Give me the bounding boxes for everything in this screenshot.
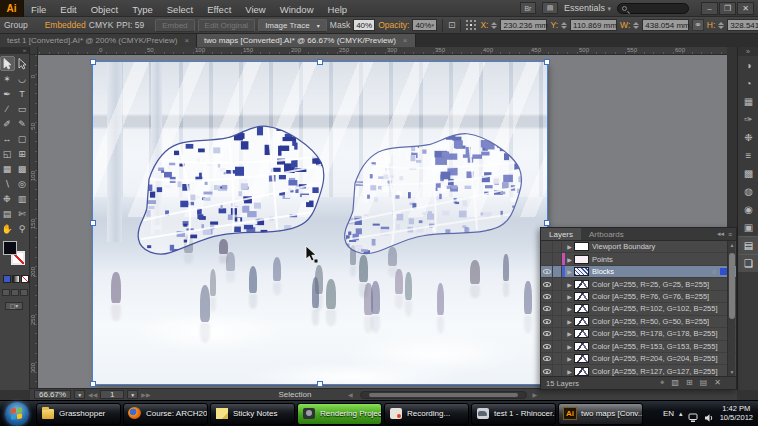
stroke-panel-icon[interactable]: ≡: [738, 146, 758, 164]
menu-type[interactable]: Type: [125, 4, 160, 15]
eyedropper-tool[interactable]: ∖: [0, 176, 15, 191]
selection-tool[interactable]: [0, 56, 15, 71]
menu-window[interactable]: Window: [273, 4, 321, 15]
direct-selection-tool[interactable]: [15, 56, 30, 71]
layer-row[interactable]: ▶Color [A=255, R=76, G=76, B=255]○: [541, 291, 736, 303]
edit-original-button[interactable]: Edit Original: [198, 19, 256, 32]
delete-layer-icon[interactable]: ✕: [714, 378, 721, 388]
expand-layer-icon[interactable]: ▶: [565, 343, 574, 350]
map-artwork-right[interactable]: [335, 125, 535, 261]
expand-layer-icon[interactable]: ▶: [565, 243, 574, 250]
draw-inside-mode-button[interactable]: [20, 289, 28, 296]
lock-toggle[interactable]: [553, 365, 562, 376]
visibility-toggle[interactable]: [541, 316, 553, 327]
bridge-icon[interactable]: Br: [520, 2, 536, 14]
taskbar-button-course-arch20[interactable]: Course: ARCH20...: [123, 403, 208, 425]
perspective-grid-tool[interactable]: ⊞: [15, 146, 30, 161]
gradient-tool[interactable]: ▩: [15, 161, 30, 176]
rectangle-tool[interactable]: ▭: [15, 101, 30, 116]
y-label[interactable]: Y:: [550, 20, 558, 30]
taskbar-button-sticky-notes[interactable]: Sticky Notes: [210, 403, 295, 425]
new-layer-icon[interactable]: ▤: [700, 378, 708, 388]
scroll-down-arrow[interactable]: ▼: [728, 368, 736, 376]
layer-row[interactable]: ▶Color [A=255, R=25, G=25, B=255]○: [541, 278, 736, 290]
type-tool[interactable]: T: [15, 86, 30, 101]
lock-toggle[interactable]: [553, 266, 562, 277]
lock-toggle[interactable]: [553, 328, 562, 339]
visibility-toggle[interactable]: [541, 291, 553, 302]
clock[interactable]: 1:42 PM 10/5/2012: [720, 405, 753, 422]
hscroll-left-arrow[interactable]: ◀: [348, 391, 353, 398]
embed-button[interactable]: Embed: [155, 19, 194, 32]
language-indicator[interactable]: EN: [663, 409, 674, 418]
expand-layer-icon[interactable]: ▶: [565, 268, 574, 275]
make-clipping-mask-icon[interactable]: ▧: [671, 378, 679, 388]
artboard-next-buttons[interactable]: ▶▶: [141, 391, 150, 398]
artboard-number-field[interactable]: 1: [100, 390, 124, 399]
search-input[interactable]: [617, 3, 689, 14]
visibility-toggle[interactable]: [541, 303, 553, 314]
brushes-panel-icon[interactable]: ✑: [738, 110, 758, 128]
target-circle-icon[interactable]: ○: [708, 268, 720, 275]
free-transform-tool[interactable]: ▢: [15, 131, 30, 146]
menu-edit[interactable]: Edit: [53, 4, 83, 15]
document-tab-2[interactable]: two maps [Converted].AI* @ 66.67% (CMYK/…: [197, 34, 415, 47]
zoom-level-field[interactable]: 66.67%: [34, 390, 71, 399]
h-field[interactable]: 328.541 mm: [727, 19, 758, 31]
draw-behind-mode-button[interactable]: [11, 289, 19, 296]
minimize-button[interactable]: –: [701, 2, 718, 15]
taskbar-button-recording[interactable]: Recording...: [384, 403, 469, 425]
y-field[interactable]: 110.869 mm: [570, 19, 617, 31]
layer-row[interactable]: ▶Points○: [541, 253, 736, 265]
layer-row[interactable]: ▶Color [A=255, R=102, G=102, B=255]○: [541, 303, 736, 315]
transparency-panel-icon[interactable]: ◍: [738, 182, 758, 200]
horizontal-ruler[interactable]: 050100150200250300350400450500550600: [38, 47, 727, 55]
appearance-panel-icon[interactable]: ◉: [738, 200, 758, 218]
vertical-ruler[interactable]: 050100150200250300: [30, 55, 38, 390]
expand-layer-icon[interactable]: ▶: [565, 305, 574, 312]
slice-tool[interactable]: ✄: [15, 206, 30, 221]
scroll-up-arrow[interactable]: ▲: [728, 241, 736, 249]
new-sublayer-icon[interactable]: ⊞: [686, 378, 693, 388]
menu-select[interactable]: Select: [160, 4, 200, 15]
expand-layer-icon[interactable]: ▶: [565, 318, 574, 325]
lock-toggle[interactable]: [553, 316, 562, 327]
graphic-styles-panel-icon[interactable]: ▣: [738, 218, 758, 236]
visibility-toggle[interactable]: [541, 278, 553, 289]
visibility-toggle[interactable]: [541, 341, 553, 352]
locate-object-icon[interactable]: ⌖: [660, 378, 665, 388]
horizontal-scrollbar[interactable]: [360, 391, 527, 399]
shape-builder-tool[interactable]: ◱: [0, 146, 15, 161]
close-button[interactable]: ✕: [737, 2, 754, 15]
width-tool[interactable]: ↔: [0, 131, 15, 146]
pencil-tool[interactable]: ✎: [15, 116, 30, 131]
layer-row[interactable]: ▶Color [A=255, R=178, G=178, B=255]○: [541, 328, 736, 340]
mask-value-field[interactable]: 40%: [353, 19, 375, 31]
menu-view[interactable]: View: [238, 4, 272, 15]
close-tab-icon[interactable]: ×: [403, 36, 408, 45]
opacity-link[interactable]: Opacity:: [378, 20, 409, 30]
visibility-toggle[interactable]: [541, 365, 553, 376]
layers-panel-icon[interactable]: ▤: [738, 236, 758, 254]
x-stepper[interactable]: [491, 19, 497, 31]
gradient-button[interactable]: [12, 275, 20, 283]
y-stepper[interactable]: [561, 19, 567, 31]
color-guide-panel-icon[interactable]: ◔: [738, 74, 758, 92]
lock-toggle[interactable]: [553, 341, 562, 352]
layers-scroll-thumb[interactable]: [729, 253, 735, 319]
expand-layer-icon[interactable]: ▶: [565, 293, 574, 300]
panel-menu-icon[interactable]: ≡: [728, 231, 732, 238]
collapse-panel-icon[interactable]: ◂◂: [717, 230, 724, 238]
expand-layer-icon[interactable]: ▶: [565, 281, 574, 288]
mesh-tool[interactable]: ▦: [0, 161, 15, 176]
layer-row[interactable]: ▶Blocks○: [541, 266, 736, 278]
symbols-panel-icon[interactable]: ❉: [738, 128, 758, 146]
paintbrush-tool[interactable]: ✐: [0, 116, 15, 131]
taskbar-button-rendering-project[interactable]: Rendering Project: [297, 403, 382, 425]
embedded-link[interactable]: Embedded: [45, 20, 86, 30]
menu-object[interactable]: Object: [84, 4, 125, 15]
expand-layer-icon[interactable]: ▶: [565, 355, 574, 362]
lock-toggle[interactable]: [553, 253, 562, 264]
document-tab-1[interactable]: test 1 [Converted].AI* @ 200% (CMYK/Prev…: [0, 34, 197, 47]
layer-row[interactable]: ▶Color [A=255, R=50, G=50, B=255]○: [541, 316, 736, 328]
